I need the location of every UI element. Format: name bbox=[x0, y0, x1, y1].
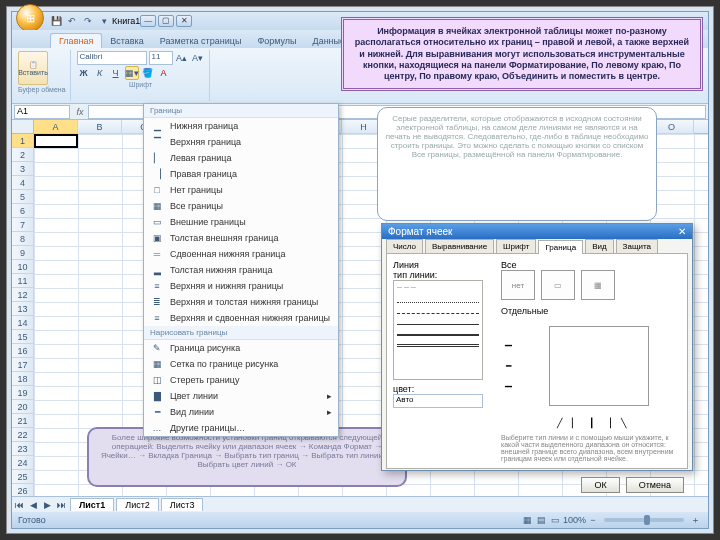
border-item[interactable]: …Другие границы… bbox=[144, 420, 338, 436]
dialog-tab[interactable]: Вид bbox=[585, 239, 613, 253]
border-item[interactable]: ≣Верхняя и толстая нижняя границы bbox=[144, 294, 338, 310]
row-header-4[interactable]: 4 bbox=[12, 176, 34, 190]
border-item[interactable]: ▇Цвет линии ▸ bbox=[144, 388, 338, 404]
dialog-tab[interactable]: Число bbox=[386, 239, 423, 253]
border-item[interactable]: ▂Толстая нижняя граница bbox=[144, 262, 338, 278]
border-item[interactable]: ▏Левая граница bbox=[144, 150, 338, 166]
border-item[interactable]: ◫Стереть границу bbox=[144, 372, 338, 388]
border-left-btn[interactable]: ▏ bbox=[568, 416, 582, 430]
col-header-B[interactable]: B bbox=[78, 120, 122, 134]
close-button[interactable]: ✕ bbox=[176, 15, 192, 27]
row-header-7[interactable]: 7 bbox=[12, 218, 34, 232]
row-header-17[interactable]: 17 bbox=[12, 358, 34, 372]
name-box[interactable]: A1 bbox=[14, 105, 70, 119]
border-top-btn[interactable]: ▔ bbox=[501, 343, 515, 357]
zoom-in-icon[interactable]: ＋ bbox=[688, 513, 702, 527]
tab-home[interactable]: Главная bbox=[50, 33, 102, 48]
tab-formulas[interactable]: Формулы bbox=[249, 34, 304, 48]
row-header-11[interactable]: 11 bbox=[12, 274, 34, 288]
col-header-A[interactable]: A bbox=[34, 120, 78, 134]
font-color-button[interactable]: A bbox=[157, 66, 171, 80]
italic-button[interactable]: К bbox=[93, 66, 107, 80]
minimize-button[interactable]: — bbox=[140, 15, 156, 27]
fx-icon[interactable]: fx bbox=[72, 107, 88, 117]
dialog-tab[interactable]: Шрифт bbox=[496, 239, 536, 253]
border-right-btn[interactable]: ▕ bbox=[600, 416, 614, 430]
select-all-corner[interactable] bbox=[12, 120, 34, 134]
paste-button[interactable]: 📋 Вставить bbox=[18, 51, 48, 85]
dialog-tab[interactable]: Граница bbox=[538, 240, 583, 254]
row-header-21[interactable]: 21 bbox=[12, 414, 34, 428]
row-header-12[interactable]: 12 bbox=[12, 288, 34, 302]
tab-nav-next-icon[interactable]: ▶ bbox=[40, 500, 54, 510]
tab-layout[interactable]: Разметка страницы bbox=[152, 34, 250, 48]
border-item[interactable]: ▔Верхняя граница bbox=[144, 134, 338, 150]
dialog-tab[interactable]: Защита bbox=[616, 239, 658, 253]
preset-none[interactable]: нет bbox=[501, 270, 535, 300]
row-header-3[interactable]: 3 bbox=[12, 162, 34, 176]
row-header-14[interactable]: 14 bbox=[12, 316, 34, 330]
border-mid-v-btn[interactable]: ┃ bbox=[584, 416, 598, 430]
border-item[interactable]: ▕Правая граница bbox=[144, 166, 338, 182]
save-button[interactable]: 💾 bbox=[49, 14, 63, 28]
tab-nav-last-icon[interactable]: ⏭ bbox=[54, 500, 68, 510]
fill-color-button[interactable]: 🪣 bbox=[141, 66, 155, 80]
row-header-24[interactable]: 24 bbox=[12, 456, 34, 470]
sheet-tab-1[interactable]: Лист1 bbox=[70, 498, 114, 511]
border-item[interactable]: ≡Верхняя и сдвоенная нижняя границы bbox=[144, 310, 338, 326]
row-header-18[interactable]: 18 bbox=[12, 372, 34, 386]
row-header-25[interactable]: 25 bbox=[12, 470, 34, 484]
view-layout-icon[interactable]: ▤ bbox=[535, 513, 549, 527]
border-item[interactable]: ▦Все границы bbox=[144, 198, 338, 214]
dialog-tab[interactable]: Выравнивание bbox=[425, 239, 494, 253]
row-header-26[interactable]: 26 bbox=[12, 484, 34, 496]
zoom-out-icon[interactable]: − bbox=[586, 513, 600, 527]
border-bottom-btn[interactable]: ▁ bbox=[501, 375, 515, 389]
office-button[interactable]: ⊞ bbox=[16, 4, 44, 32]
preset-inside[interactable]: ▦ bbox=[581, 270, 615, 300]
row-header-19[interactable]: 19 bbox=[12, 386, 34, 400]
preset-outline[interactable]: ▭ bbox=[541, 270, 575, 300]
line-style-list[interactable]: ─ ─ ─ bbox=[393, 280, 483, 380]
row-header-9[interactable]: 9 bbox=[12, 246, 34, 260]
row-header-6[interactable]: 6 bbox=[12, 204, 34, 218]
row-header-10[interactable]: 10 bbox=[12, 260, 34, 274]
row-header-8[interactable]: 8 bbox=[12, 232, 34, 246]
tab-nav-first-icon[interactable]: ⏮ bbox=[12, 500, 26, 510]
border-diag2-btn[interactable]: ╲ bbox=[616, 416, 630, 430]
row-header-2[interactable]: 2 bbox=[12, 148, 34, 162]
bold-button[interactable]: Ж bbox=[77, 66, 91, 80]
qat-customize-icon[interactable]: ▾ bbox=[97, 14, 111, 28]
border-item[interactable]: □Нет границы bbox=[144, 182, 338, 198]
view-normal-icon[interactable]: ▦ bbox=[521, 513, 535, 527]
row-header-23[interactable]: 23 bbox=[12, 442, 34, 456]
dialog-ok-button[interactable]: ОК bbox=[581, 477, 619, 493]
border-color-select[interactable]: Авто bbox=[393, 394, 483, 408]
sheet-tab-2[interactable]: Лист2 bbox=[116, 498, 159, 511]
undo-button[interactable]: ↶ bbox=[65, 14, 79, 28]
tab-nav-prev-icon[interactable]: ◀ bbox=[26, 500, 40, 510]
border-mid-h-btn[interactable]: ━ bbox=[501, 359, 515, 373]
row-header-1[interactable]: 1 bbox=[12, 134, 34, 148]
row-header-16[interactable]: 16 bbox=[12, 344, 34, 358]
row-header-22[interactable]: 22 bbox=[12, 428, 34, 442]
row-header-20[interactable]: 20 bbox=[12, 400, 34, 414]
font-size-select[interactable]: 11 bbox=[149, 51, 173, 65]
border-item[interactable]: ▦Сетка по границе рисунка bbox=[144, 356, 338, 372]
sheet-tab-3[interactable]: Лист3 bbox=[161, 498, 204, 511]
border-item[interactable]: ═Сдвоенная нижняя граница bbox=[144, 246, 338, 262]
border-item[interactable]: ▣Толстая внешняя граница bbox=[144, 230, 338, 246]
borders-button[interactable]: ▦▾ bbox=[125, 66, 139, 80]
border-diag1-btn[interactable]: ╱ bbox=[552, 416, 566, 430]
row-header-13[interactable]: 13 bbox=[12, 302, 34, 316]
tab-insert[interactable]: Вставка bbox=[102, 34, 151, 48]
underline-button[interactable]: Ч bbox=[109, 66, 123, 80]
shrink-font-icon[interactable]: A▾ bbox=[191, 51, 205, 65]
row-header-5[interactable]: 5 bbox=[12, 190, 34, 204]
border-item[interactable]: ✎Граница рисунка bbox=[144, 340, 338, 356]
dialog-close-icon[interactable]: ✕ bbox=[678, 226, 686, 237]
font-name-select[interactable]: Calibri bbox=[77, 51, 147, 65]
zoom-slider[interactable] bbox=[604, 518, 684, 522]
border-item[interactable]: ≡Верхняя и нижняя границы bbox=[144, 278, 338, 294]
border-item[interactable]: ▭Внешние границы bbox=[144, 214, 338, 230]
